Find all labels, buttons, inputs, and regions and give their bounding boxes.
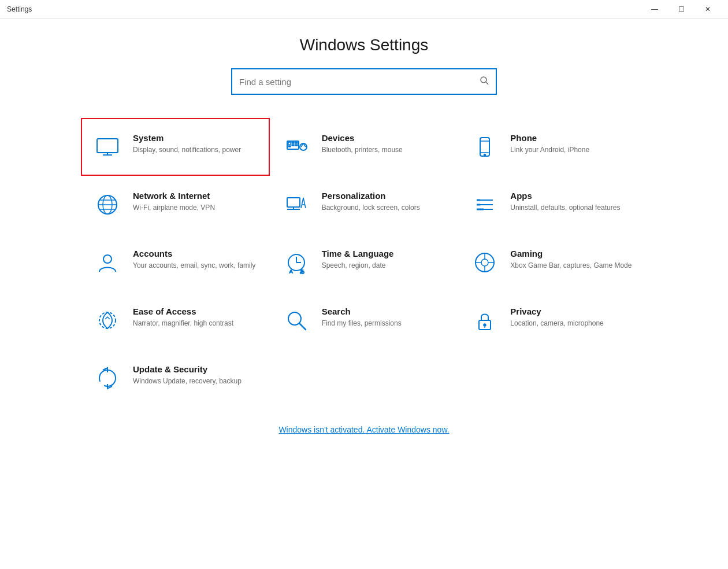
setting-time[interactable]: A あ Time & Language Speech, region, date <box>270 234 459 291</box>
update-name: Update & Security <box>133 364 257 374</box>
apps-icon <box>471 191 499 219</box>
accounts-desc: Your accounts, email, sync, work, family <box>133 261 257 271</box>
svg-point-34 <box>103 255 112 263</box>
maximize-button[interactable]: ☐ <box>668 0 694 19</box>
devices-name: Devices <box>322 133 446 143</box>
svg-text:A: A <box>289 269 293 274</box>
close-button[interactable]: ✕ <box>694 0 721 19</box>
network-name: Network & Internet <box>133 191 257 201</box>
setting-network[interactable]: Network & Internet Wi-Fi, airplane mode,… <box>81 176 270 234</box>
window-controls: — ☐ ✕ <box>641 0 721 19</box>
apps-name: Apps <box>510 191 634 201</box>
setting-update[interactable]: Update & Security Windows Update, recove… <box>81 349 270 407</box>
personalization-text: Personalization Background, lock screen,… <box>322 191 446 213</box>
search-bar <box>231 68 497 95</box>
app-title: Settings <box>7 5 32 13</box>
time-desc: Speech, region, date <box>322 261 446 271</box>
network-text: Network & Internet Wi-Fi, airplane mode,… <box>133 191 257 213</box>
svg-point-46 <box>99 312 116 328</box>
devices-icon <box>283 133 310 161</box>
search-desc: Find my files, permissions <box>322 319 446 328</box>
search-setting-icon <box>283 306 310 334</box>
activation-link[interactable]: Windows isn't activated. Activate Window… <box>278 425 449 434</box>
setting-apps[interactable]: Apps Uninstall, defaults, optional featu… <box>458 176 647 234</box>
ease-desc: Narrator, magnifier, high contrast <box>133 319 257 328</box>
ease-text: Ease of Access Narrator, magnifier, high… <box>133 306 257 328</box>
network-desc: Wi-Fi, airplane mode, VPN <box>133 203 257 213</box>
gaming-text: Gaming Xbox Game Bar, captures, Game Mod… <box>510 249 634 271</box>
gaming-name: Gaming <box>510 249 634 258</box>
system-text: System Display, sound, notifications, po… <box>133 133 257 155</box>
svg-point-12 <box>300 143 307 150</box>
svg-line-1 <box>486 82 488 84</box>
setting-search[interactable]: Search Find my files, permissions <box>270 291 459 349</box>
svg-point-50 <box>484 324 486 326</box>
privacy-name: Privacy <box>510 306 634 316</box>
accounts-name: Accounts <box>133 249 257 258</box>
accounts-text: Accounts Your accounts, email, sync, wor… <box>133 249 257 271</box>
ease-name: Ease of Access <box>133 306 257 316</box>
svg-rect-24 <box>287 198 300 207</box>
setting-personalization[interactable]: Personalization Background, lock screen,… <box>270 176 459 234</box>
setting-devices[interactable]: Devices Bluetooth, printers, mouse <box>270 118 459 176</box>
page-title: Windows Settings <box>35 36 693 54</box>
time-icon: A あ <box>283 249 310 276</box>
svg-point-18 <box>484 154 486 156</box>
devices-desc: Bluetooth, printers, mouse <box>322 145 446 155</box>
time-text: Time & Language Speech, region, date <box>322 249 446 271</box>
personalization-icon <box>283 191 310 219</box>
update-icon <box>94 364 121 392</box>
accounts-icon <box>94 249 121 276</box>
svg-rect-11 <box>295 145 298 146</box>
personalization-name: Personalization <box>322 191 446 201</box>
update-text: Update & Security Windows Update, recove… <box>133 364 257 386</box>
svg-rect-2 <box>97 139 118 153</box>
svg-line-48 <box>299 323 306 330</box>
gaming-icon <box>471 249 499 276</box>
activation-section: Windows isn't activated. Activate Window… <box>35 424 693 441</box>
phone-name: Phone <box>510 133 634 143</box>
title-bar: Settings — ☐ ✕ <box>0 0 728 19</box>
update-desc: Windows Update, recovery, backup <box>133 376 257 386</box>
phone-text: Phone Link your Android, iPhone <box>510 133 634 155</box>
system-icon <box>94 133 121 161</box>
setting-privacy[interactable]: Privacy Location, camera, microphone <box>458 291 647 349</box>
search-input[interactable] <box>239 77 480 87</box>
privacy-desc: Location, camera, microphone <box>510 319 634 328</box>
search-text: Search Find my files, permissions <box>322 306 446 328</box>
network-icon <box>94 191 121 219</box>
devices-text: Devices Bluetooth, printers, mouse <box>322 133 446 155</box>
system-name: System <box>133 133 257 143</box>
minimize-button[interactable]: — <box>641 0 668 19</box>
apps-text: Apps Uninstall, defaults, optional featu… <box>510 191 634 213</box>
svg-rect-10 <box>295 142 298 143</box>
apps-desc: Uninstall, defaults, optional features <box>510 203 634 213</box>
gaming-desc: Xbox Game Bar, captures, Game Mode <box>510 261 634 271</box>
setting-phone[interactable]: Phone Link your Android, iPhone <box>458 118 647 176</box>
ease-icon <box>94 306 121 334</box>
svg-text:あ: あ <box>300 269 304 274</box>
setting-gaming[interactable]: Gaming Xbox Game Bar, captures, Game Mod… <box>458 234 647 291</box>
search-button[interactable] <box>480 76 489 87</box>
phone-icon <box>471 133 499 161</box>
phone-desc: Link your Android, iPhone <box>510 145 634 155</box>
svg-point-41 <box>481 259 488 266</box>
svg-rect-6 <box>288 142 291 145</box>
search-icon <box>480 76 489 85</box>
system-desc: Display, sound, notifications, power <box>133 145 257 155</box>
svg-rect-7 <box>288 146 291 147</box>
setting-ease[interactable]: Ease of Access Narrator, magnifier, high… <box>81 291 270 349</box>
svg-rect-8 <box>292 142 294 143</box>
privacy-text: Privacy Location, camera, microphone <box>510 306 634 328</box>
privacy-icon <box>471 306 499 334</box>
svg-point-0 <box>481 77 486 83</box>
setting-system[interactable]: System Display, sound, notifications, po… <box>81 118 270 176</box>
time-name: Time & Language <box>322 249 446 258</box>
personalization-desc: Background, lock screen, colors <box>322 203 446 213</box>
svg-rect-9 <box>292 145 294 146</box>
search-name: Search <box>322 306 446 316</box>
svg-rect-15 <box>480 138 489 156</box>
main-content: Windows Settings System Display, sound, … <box>0 19 728 569</box>
settings-grid: System Display, sound, notifications, po… <box>81 118 647 407</box>
setting-accounts[interactable]: Accounts Your accounts, email, sync, wor… <box>81 234 270 291</box>
